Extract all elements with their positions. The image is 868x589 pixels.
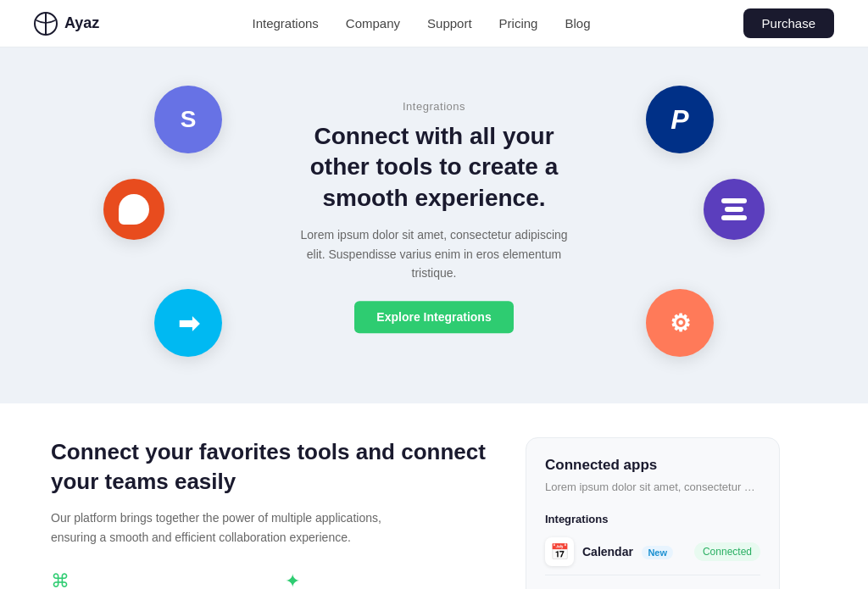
hero-section-label: Integrations [290, 100, 578, 113]
features-grid: ⌘ Unified and secure Discover the best o… [51, 570, 492, 589]
wise-icon: ➡ [154, 289, 222, 357]
integration-row-calendar: 📅 Calendar New Connected [545, 537, 760, 575]
hero-description: Lorem ipsum dolor sit amet, consectetur … [290, 226, 578, 283]
hubspot-icon: ⚙ [646, 289, 714, 357]
bottom-heading: Connect your favorites tools and connect… [51, 437, 492, 497]
milanote-icon [704, 179, 765, 240]
nav-links: Integrations Company Support Pricing Blo… [252, 16, 590, 31]
unified-icon: ⌘ [51, 570, 258, 589]
right-column: Connected apps Lorem ipsum dolor sit ame… [526, 437, 780, 589]
integrations-section: S P ➡ ⚙ Integrations Conne [0, 47, 868, 403]
bottom-section: Connect your favorites tools and connect… [0, 403, 868, 589]
card-section-label: Integrations [545, 513, 760, 525]
nav-pricing[interactable]: Pricing [499, 16, 538, 31]
navbar: Ayaz Integrations Company Support Pricin… [0, 0, 868, 47]
logo-icon [34, 12, 58, 36]
paypal-icon: P [646, 86, 714, 153]
icons-layout: S P ➡ ⚙ Integrations Conne [53, 69, 815, 365]
logo[interactable]: Ayaz [34, 12, 99, 36]
hero-center-text: Integrations Connect with all your other… [290, 100, 578, 333]
connected-badge: Connected [694, 542, 760, 561]
purchase-button[interactable]: Purchase [743, 8, 834, 38]
bottom-description: Our platform brings together the power o… [51, 508, 415, 547]
connected-apps-card: Connected apps Lorem ipsum dolor sit ame… [526, 437, 780, 589]
calendar-app-icon: 📅 [545, 537, 574, 566]
nav-company[interactable]: Company [346, 16, 400, 31]
hero-title: Connect with all your other tools to cre… [290, 121, 578, 214]
new-badge: New [642, 546, 673, 559]
stripe-icon: S [154, 86, 222, 153]
left-column: Connect your favorites tools and connect… [51, 437, 492, 589]
nav-support[interactable]: Support [427, 16, 472, 31]
explore-integrations-button[interactable]: Explore Integrations [354, 302, 513, 334]
feature-unified: ⌘ Unified and secure Discover the best o… [51, 570, 258, 589]
calendar-name: Calendar [582, 545, 633, 558]
chat-icon [103, 179, 164, 240]
feature-costs: ✦ No additional costs We showcase differ… [285, 570, 492, 589]
card-description: Lorem ipsum dolor sit amet, consectetur … [545, 479, 760, 496]
costs-icon: ✦ [285, 570, 492, 589]
logo-text: Ayaz [64, 14, 99, 32]
nav-blog[interactable]: Blog [565, 16, 590, 31]
card-title: Connected apps [545, 457, 760, 474]
nav-integrations[interactable]: Integrations [252, 16, 318, 31]
